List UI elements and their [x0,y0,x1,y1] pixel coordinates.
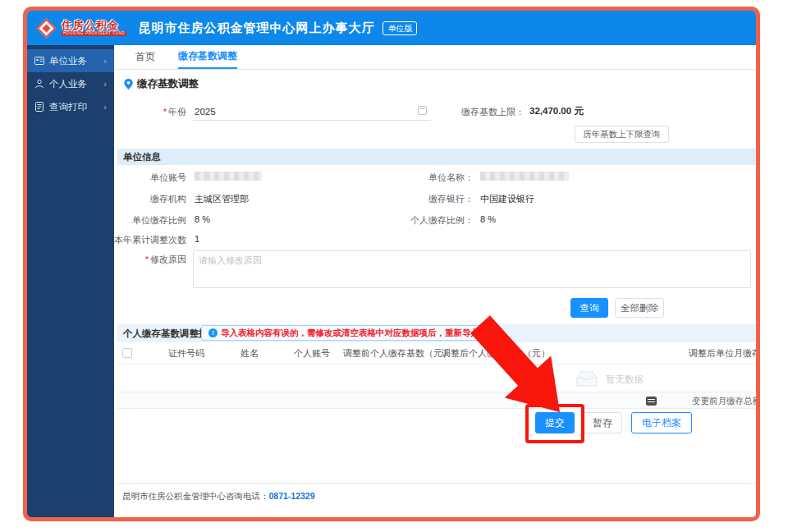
screenshot-frame: 住房公积金 HOUSING PROVIDENT FUND 昆明市住房公积金管理中… [23,7,760,521]
deposit-bank-label: 缴存银行： [377,193,474,205]
col-base-after: 调整后个人缴存基数（元） [434,342,557,364]
save-draft-button[interactable]: 暂存 [583,412,622,433]
select-all-checkbox[interactable] [122,348,132,358]
unit-ratio-label: 单位缴存比例 [114,214,186,227]
deposit-org-label: 缴存机构 [114,193,186,205]
logo-subtitle: HOUSING PROVIDENT FUND [62,31,126,37]
reason-textarea[interactable] [193,250,751,288]
empty-box-icon [574,371,600,388]
portal-title: 昆明市住房公积金管理中心网上办事大厅 [138,21,374,36]
summary-label: 变更前月缴存总额： [692,396,760,406]
submit-button[interactable]: 提交 [535,412,575,433]
col-name: 姓名 [221,342,278,364]
import-notice-text: 导入表格内容有误的，需修改或清空表格中对应数据项后，重新导入 [221,328,479,339]
person-icon [34,79,44,89]
delete-all-button[interactable]: 全部删除 [615,298,664,318]
chevron-right-icon: › [103,79,107,89]
sidebar-item-query-print[interactable]: 查询打印 › [27,95,114,118]
sidebar-item-label: 个人业务 [49,78,87,90]
tab-home[interactable]: 首页 [135,45,155,69]
unit-name-label: 单位名称： [377,172,474,184]
tab-bar: 首页 缴存基数调整 [114,45,756,70]
summary-row: 变更前月缴存总额：0.00 [117,392,760,409]
sidebar-item-label: 单位业务 [49,55,87,67]
history-limit-query-button[interactable]: 历年基数上下限查询 [575,126,669,143]
import-notice: 导入表格内容有误的，需修改或清空表格中对应数据项后，重新导入 [201,325,487,341]
personal-ratio-value: 8 % [480,214,496,224]
main-content: 首页 缴存基数调整 缴存基数调整 *年份 缴存基数上限： 32,470.00 元… [114,45,756,517]
col-unit-monthly-after: 调整后单位月缴存额（元） [689,342,760,364]
document-icon [34,102,44,112]
sidebar-item-label: 查询打印 [49,101,87,113]
empty-state-text: 暂无数据 [606,374,644,386]
deposit-limit-label: 缴存基数上限： [426,106,525,118]
table-header-divider [117,364,760,365]
adjust-count-label: 本年累计调整次数 [114,234,186,246]
personal-ratio-label: 个人缴存比例： [377,214,474,227]
sidebar-item-unit-business[interactable]: 单位业务 › [27,49,114,72]
version-badge: 单位版 [383,21,417,35]
empty-state: 暂无数据 [574,367,644,392]
col-id-number: 证件号码 [147,342,226,364]
unit-account-label: 单位账号 [114,172,186,184]
unit-account-masked-value [195,172,262,181]
unit-info-section-header: 单位信息 [117,149,760,165]
info-icon [208,328,218,337]
logo-diamond-icon [36,18,56,38]
app-header: 住房公积金 HOUSING PROVIDENT FUND 昆明市住房公积金管理中… [27,11,756,45]
adjust-count-value: 1 [195,234,199,244]
reason-label: *修改原因 [114,254,186,266]
electronic-archive-button[interactable]: 电子档案 [631,412,692,433]
map-pin-icon [124,79,133,89]
unit-name-masked-value [480,172,569,181]
sidebar: 单位业务 › 个人业务 › 查询打印 › [27,45,114,517]
footer-contact-label: 昆明市住房公积金管理中心咨询电话： [122,491,269,501]
deposit-limit-value: 32,470.00 元 [529,105,584,117]
logo-title: 住房公积金 [62,20,126,30]
footer-divider [117,483,760,484]
id-card-icon [34,56,44,66]
footer-contact: 昆明市住房公积金管理中心咨询电话：0871-12329 [122,491,315,502]
sidebar-item-personal-business[interactable]: 个人业务 › [27,72,114,95]
list-icon [646,397,657,406]
footer-phone: 0871-12329 [269,491,315,501]
tab-base-adjustment[interactable]: 缴存基数调整 [178,45,237,69]
year-label: *年份 [114,106,186,118]
chevron-right-icon: › [103,56,107,66]
provident-fund-logo: 住房公积金 HOUSING PROVIDENT FUND [37,20,126,37]
year-input[interactable] [193,103,431,121]
section-title-text: 缴存基数调整 [137,77,199,91]
deposit-org-value: 主城区管理部 [195,193,249,205]
unit-ratio-value: 8 % [195,214,210,224]
deposit-bank-value: 中国建设银行 [480,193,534,205]
section-title: 缴存基数调整 [124,77,199,91]
chevron-right-icon: › [103,102,107,112]
query-button[interactable]: 查询 [570,298,608,318]
